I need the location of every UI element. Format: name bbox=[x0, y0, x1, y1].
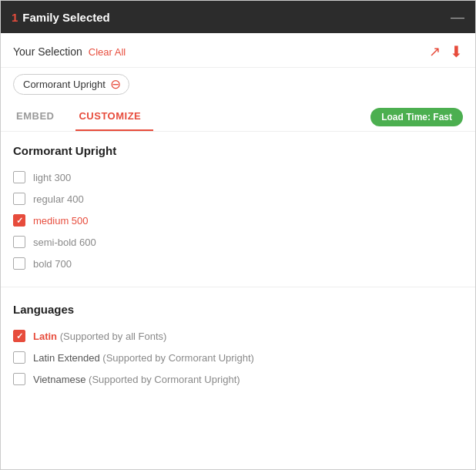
main-window: 1 Family Selected — Your Selection Clear… bbox=[0, 0, 476, 470]
font-section-title: Cormorant Upright bbox=[13, 144, 463, 157]
header-left: 1 Family Selected bbox=[12, 11, 110, 24]
lang-name-vietnamese: Vietnamese bbox=[33, 374, 85, 385]
tabs-left: EMBED CUSTOMIZE bbox=[13, 102, 163, 131]
checkbox-semi-bold-600[interactable] bbox=[13, 236, 25, 248]
lang-label-vietnamese: Vietnamese (Supported by Cormorant Uprig… bbox=[33, 374, 240, 385]
header-bar: 1 Family Selected — bbox=[1, 1, 475, 33]
header-title: Family Selected bbox=[22, 11, 109, 24]
list-item: regular 400 bbox=[13, 188, 463, 210]
checkbox-medium-500[interactable] bbox=[13, 214, 25, 227]
style-label-bold-700: bold 700 bbox=[33, 258, 72, 270]
list-item: light 300 bbox=[13, 166, 463, 188]
list-item: Vietnamese (Supported by Cormorant Uprig… bbox=[13, 368, 463, 390]
font-chip: Cormorant Upright ⊖ bbox=[13, 74, 129, 95]
download-icon[interactable]: ⬇ bbox=[450, 42, 463, 61]
tab-customize[interactable]: CUSTOMIZE bbox=[75, 102, 153, 131]
font-chip-remove-button[interactable]: ⊖ bbox=[110, 78, 121, 91]
list-item: bold 700 bbox=[13, 253, 463, 274]
family-count: 1 bbox=[12, 11, 18, 24]
load-time-badge: Load Time: Fast bbox=[370, 108, 463, 126]
lang-support-latin: (Supported by all Fonts) bbox=[60, 331, 167, 342]
section-divider bbox=[1, 287, 475, 287]
languages-section: Languages Latin (Supported by all Fonts)… bbox=[1, 294, 475, 396]
checkbox-light-300[interactable] bbox=[13, 171, 25, 183]
selection-label: Your Selection bbox=[13, 45, 82, 58]
list-item: Latin (Supported by all Fonts) bbox=[13, 325, 463, 347]
lang-label-latin: Latin (Supported by all Fonts) bbox=[33, 331, 166, 342]
checkbox-latin[interactable] bbox=[13, 330, 25, 342]
font-styles-section: Cormorant Upright light 300 regular 400 … bbox=[1, 132, 475, 280]
tab-embed[interactable]: EMBED bbox=[13, 102, 66, 131]
lang-label-latin-extended: Latin Extended (Supported by Cormorant U… bbox=[33, 352, 254, 364]
list-item: medium 500 bbox=[13, 210, 463, 231]
list-item: Latin Extended (Supported by Cormorant U… bbox=[13, 347, 463, 368]
clear-all-button[interactable]: Clear All bbox=[89, 46, 126, 58]
lang-support-vietnamese: (Supported by Cormorant Upright) bbox=[89, 374, 240, 385]
font-styles-list: light 300 regular 400 medium 500 semi-bo… bbox=[13, 166, 463, 274]
share-icon[interactable]: ↗ bbox=[429, 43, 441, 60]
list-item: semi-bold 600 bbox=[13, 231, 463, 253]
minimize-button[interactable]: — bbox=[451, 10, 464, 24]
lang-support-latin-extended: (Supported by Cormorant Upright) bbox=[102, 352, 254, 364]
style-label-semi-bold-600: semi-bold 600 bbox=[33, 237, 96, 248]
checkbox-bold-700[interactable] bbox=[13, 257, 25, 270]
lang-name-latin-extended: Latin Extended bbox=[33, 352, 100, 364]
lang-name-latin: Latin bbox=[33, 331, 57, 342]
style-label-regular-400: regular 400 bbox=[33, 193, 84, 205]
checkbox-regular-400[interactable] bbox=[13, 193, 25, 205]
font-chip-label: Cormorant Upright bbox=[23, 79, 106, 90]
tabs-row: EMBED CUSTOMIZE Load Time: Fast bbox=[1, 102, 475, 132]
selection-row: Your Selection Clear All ↗ ⬇ bbox=[1, 33, 475, 68]
content-area: Your Selection Clear All ↗ ⬇ Cormorant U… bbox=[1, 33, 475, 469]
style-label-medium-500: medium 500 bbox=[33, 215, 89, 227]
languages-title: Languages bbox=[13, 303, 463, 316]
checkbox-latin-extended[interactable] bbox=[13, 351, 25, 364]
font-chip-row: Cormorant Upright ⊖ bbox=[1, 68, 475, 102]
style-label-light-300: light 300 bbox=[33, 172, 71, 183]
checkbox-vietnamese[interactable] bbox=[13, 373, 25, 385]
